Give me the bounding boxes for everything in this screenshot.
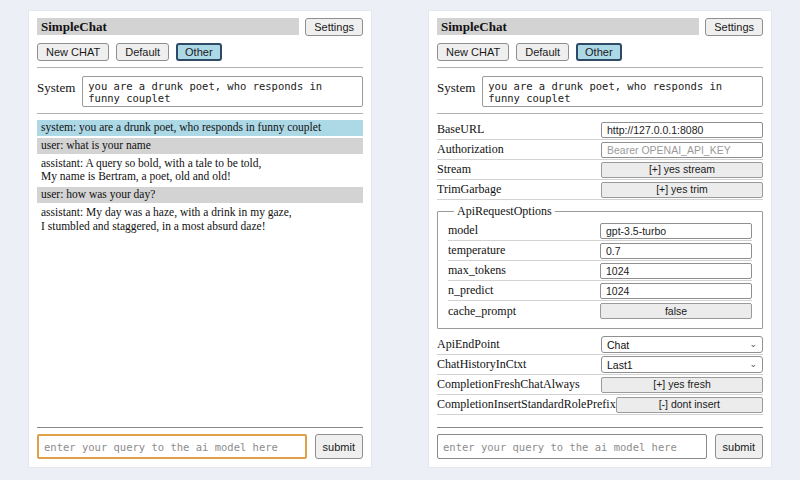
divider bbox=[37, 113, 363, 114]
setting-row-fresh-chat: CompletionFreshChatAlways [+] yes fresh bbox=[437, 375, 763, 395]
setting-row-api-endpoint: ApiEndPoint Chat ⌄ bbox=[437, 335, 763, 355]
chat-message-user: user: how was your day? bbox=[37, 187, 363, 203]
setting-label: BaseURL bbox=[437, 122, 601, 137]
temperature-input[interactable] bbox=[600, 243, 752, 259]
role-prefix-toggle-button[interactable]: [-] dont insert bbox=[616, 397, 763, 413]
app-title: SimpleChat bbox=[437, 18, 699, 35]
query-bar: submit bbox=[37, 421, 363, 459]
setting-label: ApiEndPoint bbox=[437, 337, 601, 352]
setting-row-cache-prompt: cache_prompt false bbox=[448, 301, 752, 321]
chat-message-assistant: assistant: A query so bold, with a tale … bbox=[37, 156, 363, 186]
session-toolbar: New CHAT Default Other bbox=[37, 43, 363, 61]
n-predict-input[interactable] bbox=[600, 283, 752, 299]
settings-button[interactable]: Settings bbox=[705, 18, 763, 36]
session-toolbar: New CHAT Default Other bbox=[437, 43, 763, 61]
cache-prompt-toggle-button[interactable]: false bbox=[600, 303, 752, 319]
system-prompt-input[interactable]: you are a drunk poet, who responds in fu… bbox=[82, 76, 363, 107]
api-endpoint-select[interactable]: Chat ⌄ bbox=[601, 336, 763, 353]
chevron-down-icon: ⌄ bbox=[749, 340, 757, 349]
api-request-options-fieldset: ApiRequestOptions model temperature max_… bbox=[437, 204, 763, 329]
panel-settings: SimpleChat Settings New CHAT Default Oth… bbox=[428, 10, 772, 468]
submit-button[interactable]: submit bbox=[315, 434, 363, 459]
chat-message-system: system: you are a drunk poet, who respon… bbox=[37, 120, 363, 136]
setting-row-max-tokens: max_tokens bbox=[448, 261, 752, 281]
fresh-chat-toggle-button[interactable]: [+] yes fresh bbox=[601, 377, 763, 393]
divider bbox=[437, 67, 763, 68]
setting-row-baseurl: BaseURL bbox=[437, 120, 763, 140]
chat-log: system: you are a drunk poet, who respon… bbox=[37, 120, 363, 235]
trimgarbage-toggle-button[interactable]: [+] yes trim bbox=[601, 182, 763, 198]
system-prompt-row: System you are a drunk poet, who respond… bbox=[437, 76, 763, 107]
system-prompt-row: System you are a drunk poet, who respond… bbox=[37, 76, 363, 107]
query-input[interactable] bbox=[37, 434, 307, 459]
model-input[interactable] bbox=[600, 223, 752, 239]
panel-chat: SimpleChat Settings New CHAT Default Oth… bbox=[28, 10, 372, 468]
setting-row-authorization: Authorization bbox=[437, 140, 763, 160]
setting-label: cache_prompt bbox=[448, 304, 600, 319]
setting-label: n_predict bbox=[448, 283, 600, 298]
chat-history-select[interactable]: Last1 ⌄ bbox=[601, 356, 763, 373]
query-bar: submit bbox=[437, 421, 763, 459]
fieldset-legend: ApiRequestOptions bbox=[454, 204, 555, 219]
new-chat-button[interactable]: New CHAT bbox=[437, 43, 509, 61]
setting-label: Authorization bbox=[437, 142, 601, 157]
settings-button[interactable]: Settings bbox=[305, 18, 363, 36]
setting-row-chat-history: ChatHistoryInCtxt Last1 ⌄ bbox=[437, 355, 763, 375]
system-label: System bbox=[37, 76, 75, 96]
submit-button[interactable]: submit bbox=[715, 434, 763, 459]
setting-row-trimgarbage: TrimGarbage [+] yes trim bbox=[437, 180, 763, 200]
app-title: SimpleChat bbox=[37, 18, 299, 35]
session-tab-default[interactable]: Default bbox=[516, 43, 569, 61]
baseurl-input[interactable] bbox=[601, 122, 763, 138]
setting-row-model: model bbox=[448, 221, 752, 241]
app-titlebar: SimpleChat Settings bbox=[37, 18, 363, 36]
setting-label: model bbox=[448, 223, 600, 238]
session-tab-other[interactable]: Other bbox=[576, 43, 622, 61]
setting-row-stream: Stream [+] yes stream bbox=[437, 160, 763, 180]
session-tab-other[interactable]: Other bbox=[176, 43, 222, 61]
setting-label: CompletionFreshChatAlways bbox=[437, 377, 601, 392]
max-tokens-input[interactable] bbox=[600, 263, 752, 279]
chat-message-assistant: assistant: My day was a haze, with a dri… bbox=[37, 205, 363, 235]
app-titlebar: SimpleChat Settings bbox=[437, 18, 763, 36]
authorization-input[interactable] bbox=[601, 142, 763, 158]
session-tab-default[interactable]: Default bbox=[116, 43, 169, 61]
chevron-down-icon: ⌄ bbox=[749, 360, 757, 369]
setting-label: temperature bbox=[448, 243, 600, 258]
app: SimpleChat Settings New CHAT Default Oth… bbox=[0, 0, 800, 478]
settings-list: BaseURL Authorization Stream [+] yes str… bbox=[437, 120, 763, 415]
setting-row-role-prefix: CompletionInsertStandardRolePrefix [-] d… bbox=[437, 395, 763, 415]
setting-label: CompletionInsertStandardRolePrefix bbox=[437, 397, 616, 412]
divider bbox=[37, 67, 363, 68]
setting-row-n-predict: n_predict bbox=[448, 281, 752, 301]
stream-toggle-button[interactable]: [+] yes stream bbox=[601, 162, 763, 178]
divider bbox=[437, 427, 763, 428]
chat-message-user: user: what is your name bbox=[37, 138, 363, 154]
setting-label: ChatHistoryInCtxt bbox=[437, 357, 601, 372]
query-input[interactable] bbox=[437, 434, 707, 459]
divider bbox=[37, 427, 363, 428]
system-label: System bbox=[437, 76, 475, 96]
setting-row-temperature: temperature bbox=[448, 241, 752, 261]
new-chat-button[interactable]: New CHAT bbox=[37, 43, 109, 61]
setting-label: TrimGarbage bbox=[437, 182, 601, 197]
divider bbox=[437, 113, 763, 114]
setting-label: Stream bbox=[437, 162, 601, 177]
setting-label: max_tokens bbox=[448, 263, 600, 278]
system-prompt-input[interactable]: you are a drunk poet, who responds in fu… bbox=[482, 76, 763, 107]
